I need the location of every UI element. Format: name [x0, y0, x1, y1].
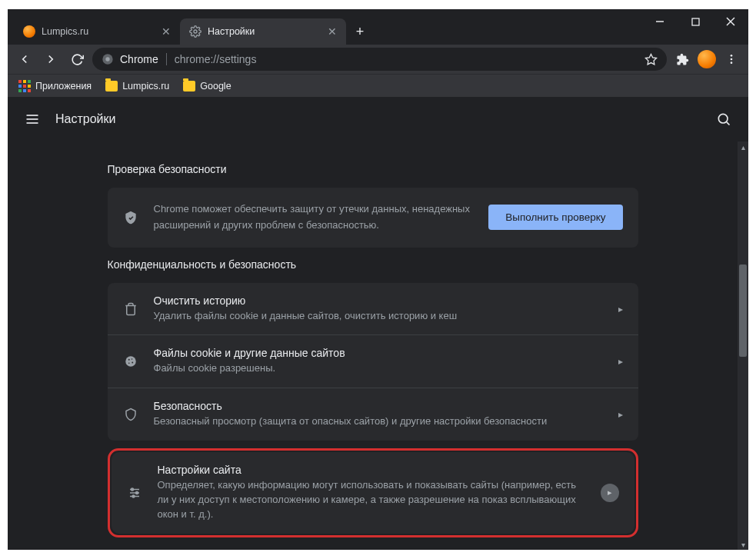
chevron-right-icon: ▸ — [601, 484, 619, 502]
svg-point-20 — [128, 363, 129, 364]
omnibox-url: chrome://settings — [175, 53, 257, 65]
minimize-button[interactable] — [642, 9, 678, 34]
row-clear-history[interactable]: Очистить историю Удалить файлы cookie и … — [108, 283, 638, 335]
safety-check-card: Chrome поможет обеспечить защиту от утеч… — [108, 188, 638, 248]
omnibox-actions — [644, 53, 658, 66]
tab-title: Настройки — [208, 26, 321, 37]
close-window-button[interactable] — [713, 9, 748, 34]
row-sub: Безопасный просмотр (защита от опасных с… — [154, 414, 603, 429]
bookmark-google[interactable]: Google — [183, 80, 231, 92]
folder-icon — [183, 80, 195, 92]
cookie-icon — [123, 354, 138, 368]
bookmark-label: Приложения — [35, 81, 92, 92]
privacy-card: Очистить историю Удалить файлы cookie и … — [108, 283, 638, 441]
chevron-right-icon: ▸ — [618, 409, 623, 420]
maximize-button[interactable] — [678, 9, 713, 34]
svg-point-24 — [131, 488, 133, 491]
titlebar: Lumpics.ru ✕ Настройки ✕ + — [8, 9, 748, 45]
reload-button[interactable] — [66, 48, 88, 70]
browser-window: Lumpics.ru ✕ Настройки ✕ + Chrome — [8, 9, 748, 550]
scroll-up-icon[interactable]: ▴ — [738, 141, 748, 152]
shield-check-icon — [123, 209, 138, 226]
scrollbar-thumb[interactable] — [739, 265, 747, 357]
row-site-settings[interactable]: Настройки сайта Определяет, какую информ… — [112, 452, 634, 534]
row-sub: Файлы cookie разрешены. — [154, 361, 603, 376]
settings-body: Проверка безопасности Chrome поможет обе… — [108, 141, 638, 550]
new-tab-button[interactable]: + — [349, 21, 371, 42]
svg-point-0 — [194, 30, 197, 33]
bookmark-apps[interactable]: Приложения — [18, 80, 92, 92]
row-sub: Определяет, какую информацию могут испол… — [158, 478, 585, 522]
svg-point-17 — [128, 359, 129, 361]
svg-point-6 — [105, 57, 109, 61]
tab-lumpics[interactable]: Lumpics.ru ✕ — [14, 18, 180, 45]
svg-point-26 — [132, 495, 135, 497]
address-bar[interactable]: Chrome chrome://settings — [92, 48, 667, 71]
svg-point-9 — [731, 58, 733, 61]
bookmark-star-icon[interactable] — [644, 53, 658, 66]
svg-point-14 — [718, 114, 728, 123]
svg-point-8 — [731, 55, 733, 57]
tab-title: Lumpics.ru — [42, 26, 155, 37]
scroll-down-icon[interactable]: ▾ — [738, 539, 748, 550]
menu-icon[interactable] — [25, 111, 40, 127]
bookmark-lumpics[interactable]: Lumpics.ru — [105, 80, 169, 92]
settings-appbar: Настройки — [8, 97, 748, 141]
bookmark-label: Google — [200, 81, 231, 92]
section-title-privacy: Конфиденциальность и безопасность — [108, 248, 638, 283]
favicon-lumpics — [23, 25, 35, 38]
svg-point-16 — [125, 357, 136, 368]
window-controls — [642, 9, 748, 34]
chevron-right-icon: ▸ — [618, 356, 623, 367]
run-safety-check-button[interactable]: Выполнить проверку — [488, 205, 622, 230]
row-sub: Удалить файлы cookie и данные сайтов, оч… — [154, 309, 603, 324]
search-icon[interactable] — [716, 111, 731, 127]
svg-line-15 — [727, 122, 730, 125]
separator — [166, 53, 167, 65]
toolbar: Chrome chrome://settings — [8, 45, 748, 74]
bookmarks-bar: Приложения Lumpics.ru Google — [8, 74, 748, 97]
svg-point-25 — [135, 491, 138, 494]
apps-icon — [18, 80, 31, 92]
sliders-icon — [127, 486, 142, 500]
chrome-security-chip: Chrome — [102, 53, 158, 65]
close-icon[interactable]: ✕ — [328, 25, 337, 38]
page-content: Настройки Проверка безопасности Chrome п… — [8, 97, 748, 550]
highlighted-site-settings: Настройки сайта Определяет, какую информ… — [108, 448, 638, 537]
row-title: Настройки сайта — [158, 464, 585, 476]
tab-settings[interactable]: Настройки ✕ — [180, 18, 346, 45]
svg-marker-7 — [645, 54, 656, 64]
svg-point-10 — [731, 62, 733, 64]
favicon-settings — [189, 25, 201, 38]
extensions-button[interactable] — [671, 48, 693, 70]
settings-title: Настройки — [55, 112, 115, 126]
safety-check-text: Chrome поможет обеспечить защиту от утеч… — [154, 201, 474, 234]
chevron-right-icon: ▸ — [618, 304, 623, 314]
row-title: Файлы cookie и другие данные сайтов — [154, 347, 603, 359]
shield-icon — [123, 408, 138, 421]
svg-point-19 — [132, 362, 133, 364]
settings-scroll: Проверка безопасности Chrome поможет обе… — [8, 141, 738, 550]
omnibox-label: Chrome — [120, 53, 158, 65]
menu-button[interactable] — [721, 48, 742, 70]
trash-icon — [123, 302, 138, 316]
svg-rect-2 — [692, 18, 699, 25]
close-icon[interactable]: ✕ — [162, 25, 171, 38]
bookmark-label: Lumpics.ru — [122, 81, 169, 92]
row-title: Очистить историю — [154, 294, 603, 307]
back-button[interactable] — [14, 48, 35, 70]
row-security[interactable]: Безопасность Безопасный просмотр (защита… — [108, 388, 638, 441]
scrollbar[interactable]: ▴ ▾ — [738, 141, 748, 550]
section-title-safety: Проверка безопасности — [108, 152, 638, 188]
svg-point-18 — [131, 359, 132, 361]
profile-avatar[interactable] — [698, 50, 716, 68]
row-title: Безопасность — [154, 400, 603, 412]
tab-strip: Lumpics.ru ✕ Настройки ✕ + — [8, 9, 371, 45]
forward-button[interactable] — [40, 48, 62, 70]
folder-icon — [105, 80, 118, 92]
row-cookies[interactable]: Файлы cookie и другие данные сайтов Файл… — [108, 334, 638, 388]
